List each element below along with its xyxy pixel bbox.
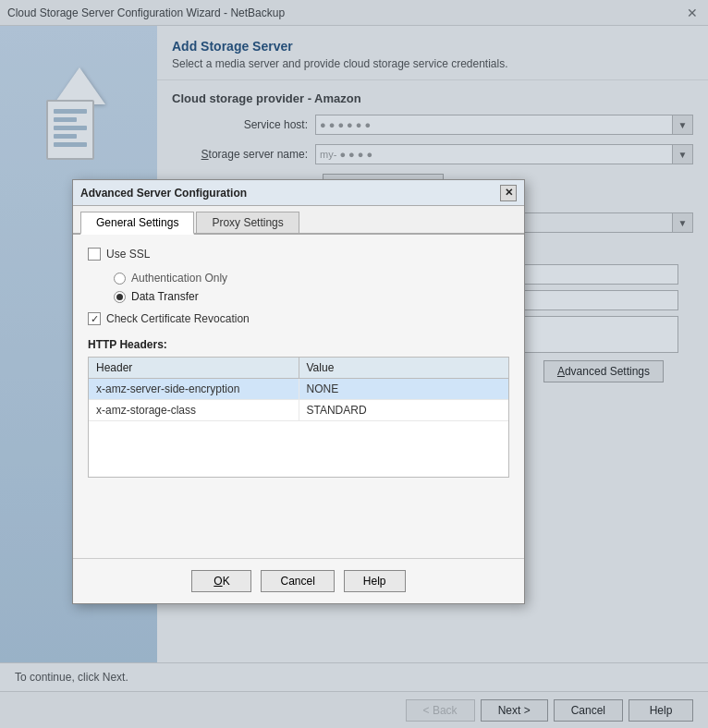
modal-dialog: Advanced Server Configuration ✕ General …: [72, 179, 525, 604]
row-header-1: x-amz-server-side-encryption: [89, 379, 299, 399]
modal-body: Use SSL Authentication Only Data Transfe…: [73, 235, 524, 558]
data-transfer-radio[interactable]: [114, 291, 126, 303]
tab-general-settings[interactable]: General Settings: [80, 212, 194, 235]
http-headers-label: HTTP Headers:: [88, 338, 509, 351]
auth-only-label: Authentication Only: [131, 272, 227, 285]
headers-table: Header Value x-amz-server-side-encryptio…: [88, 357, 509, 478]
radio-group: Authentication Only Data Transfer: [88, 272, 509, 303]
table-row[interactable]: x-amz-server-side-encryption NONE: [89, 379, 508, 400]
use-ssl-label: Use SSL: [106, 248, 150, 261]
auth-only-radio[interactable]: [114, 273, 126, 285]
use-ssl-checkbox[interactable]: [88, 248, 101, 261]
headers-table-head: Header Value: [89, 358, 508, 379]
data-transfer-row: Data Transfer: [114, 290, 509, 303]
modal-cancel-button[interactable]: Cancel: [261, 570, 334, 592]
table-row[interactable]: x-amz-storage-class STANDARD: [89, 400, 508, 421]
modal-overlay: Advanced Server Configuration ✕ General …: [0, 0, 708, 728]
cert-check-checkbox[interactable]: ✓: [88, 312, 101, 325]
cert-check-label: Check Certificate Revocation: [106, 312, 250, 325]
modal-tabs: General Settings Proxy Settings: [73, 206, 524, 235]
row-value-1: NONE: [299, 379, 509, 399]
modal-help-button[interactable]: Help: [344, 570, 406, 592]
modal-ok-button[interactable]: OK: [191, 570, 251, 592]
cert-check-row: ✓ Check Certificate Revocation: [88, 312, 509, 325]
data-transfer-label: Data Transfer: [131, 290, 199, 303]
col-header-value: Value: [299, 358, 509, 378]
modal-title: Advanced Server Configuration: [80, 187, 247, 200]
headers-table-empty-area: [89, 421, 508, 477]
row-header-2: x-amz-storage-class: [89, 400, 299, 420]
modal-title-bar: Advanced Server Configuration ✕: [73, 180, 524, 206]
auth-only-row: Authentication Only: [114, 272, 509, 285]
modal-buttons: OK Cancel Help: [73, 558, 524, 603]
col-header-header: Header: [89, 358, 299, 378]
use-ssl-row: Use SSL: [88, 248, 509, 261]
modal-close-button[interactable]: ✕: [500, 185, 517, 201]
row-value-2: STANDARD: [299, 400, 509, 420]
tab-proxy-settings[interactable]: Proxy Settings: [196, 212, 299, 233]
